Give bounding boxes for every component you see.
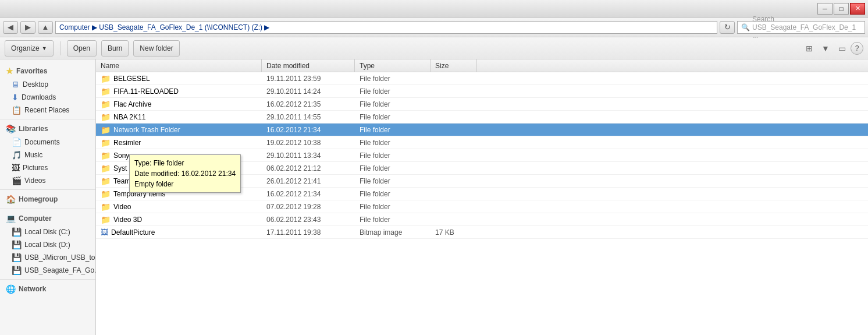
file-icon: 📁 xyxy=(101,189,111,199)
downloads-icon: ⬇ xyxy=(12,93,19,102)
table-row[interactable]: 📁 BELGESEL 19.11.2011 23:59 File folder xyxy=(96,72,868,85)
organize-label: Organize xyxy=(11,44,40,52)
table-row[interactable]: 📁 Flac Archive 16.02.2012 21:35 File fol… xyxy=(96,98,868,111)
usbjmicron-icon: 💾 xyxy=(12,253,22,262)
libraries-section: 📚 Libraries xyxy=(0,122,95,136)
search-placeholder: Search USB_Seagate_FA_GoFlex_De_1 ... xyxy=(752,15,861,40)
table-row[interactable]: 🖼 DefaultPicture 17.11.2011 19:38 Bitmap… xyxy=(96,226,868,239)
file-date-cell: 06.02.2012 21:12 xyxy=(262,163,355,174)
file-date-cell: 19.02.2012 10:38 xyxy=(262,137,355,148)
breadcrumb: Computer ▶ USB_Seagate_FA_GoFlex_De_1 (\… xyxy=(59,23,269,31)
minimize-button[interactable]: ─ xyxy=(817,3,833,15)
view-toggle-button[interactable]: ⊞ xyxy=(802,42,817,55)
preview-pane-button[interactable]: ▭ xyxy=(834,42,849,55)
file-size-cell xyxy=(431,180,477,182)
file-date-cell: 29.10.2011 13:34 xyxy=(262,150,355,161)
organize-dropdown-arrow: ▼ xyxy=(42,45,47,51)
title-bar: ─ □ ✕ xyxy=(0,0,868,17)
sidebar-item-desktop[interactable]: 🖥 Desktop xyxy=(0,78,95,91)
forward-button[interactable]: ▶ xyxy=(20,21,35,34)
file-icon: 📁 xyxy=(101,87,111,96)
pictures-icon: 🖼 xyxy=(12,163,20,172)
file-date-cell: 19.11.2011 23:59 xyxy=(262,73,355,84)
file-date-cell: 06.02.2012 23:43 xyxy=(262,214,355,225)
libraries-icon: 📚 xyxy=(6,124,16,133)
locald-icon: 💾 xyxy=(12,240,22,249)
file-name: Resimler xyxy=(113,139,141,147)
col-type[interactable]: Type xyxy=(355,59,431,72)
file-size-cell xyxy=(431,90,477,93)
maximize-button[interactable]: □ xyxy=(834,3,849,15)
view-icons: ⊞ ▼ ▭ ? xyxy=(802,42,863,55)
table-row[interactable]: 📁 Network Trash Folder 16.02.2012 21:34 … xyxy=(96,124,868,136)
file-type-cell: File folder xyxy=(355,112,431,122)
new-folder-button[interactable]: New folder xyxy=(133,40,179,57)
organize-button[interactable]: Organize ▼ xyxy=(5,40,54,57)
search-box[interactable]: 🔍 Search USB_Seagate_FA_GoFlex_De_1 ... xyxy=(737,21,865,34)
table-row[interactable]: 📁 Resimler 19.02.2012 10:38 File folder xyxy=(96,136,868,149)
sidebar-item-localc[interactable]: 💾 Local Disk (C:) xyxy=(0,225,95,238)
file-name: Video 3D xyxy=(113,216,142,224)
file-icon: 📁 xyxy=(101,151,111,160)
file-size-cell xyxy=(431,77,477,80)
network-label: Network xyxy=(19,285,46,293)
computer-label: Computer xyxy=(19,214,52,223)
file-name-cell: 📁 Network Trash Folder xyxy=(96,124,262,136)
file-name: Network Trash Folder xyxy=(113,126,180,134)
file-name-cell: 📁 Video 3D xyxy=(96,214,262,225)
homegroup-section: 🏠 Homegroup xyxy=(0,192,95,206)
sidebar-item-downloads-label: Downloads xyxy=(22,93,56,101)
file-size-cell xyxy=(431,116,477,118)
file-name-cell: 📁 BELGESEL xyxy=(96,73,262,84)
help-button[interactable]: ? xyxy=(851,42,863,55)
sidebar-item-documents-label: Documents xyxy=(24,138,60,146)
file-date-cell: 29.10.2011 14:24 xyxy=(262,86,355,97)
sidebar-item-videos-label: Videos xyxy=(24,177,45,185)
table-row[interactable]: 📁 Video 07.02.2012 19:28 File folder xyxy=(96,200,868,213)
col-date[interactable]: Date modified xyxy=(262,59,355,72)
sidebar-item-locald[interactable]: 💾 Local Disk (D:) xyxy=(0,238,95,251)
file-icon: 📁 xyxy=(101,112,111,122)
sidebar-item-desktop-label: Desktop xyxy=(23,80,48,89)
recent-icon: 📋 xyxy=(12,105,22,115)
open-label: Open xyxy=(73,44,90,52)
table-row[interactable]: 📁 FIFA.11-RELOADED 29.10.2011 14:24 File… xyxy=(96,85,868,98)
view-dropdown-button[interactable]: ▼ xyxy=(818,42,833,55)
network-icon: 🌐 xyxy=(6,284,16,294)
open-button[interactable]: Open xyxy=(67,40,97,57)
sidebar-item-videos[interactable]: 🎬 Videos xyxy=(0,174,95,187)
documents-icon: 📄 xyxy=(12,137,22,147)
usbseagate-icon: 💾 xyxy=(12,266,22,275)
file-size-cell xyxy=(431,206,477,208)
table-row[interactable]: 📁 Video 3D 06.02.2012 23:43 File folder xyxy=(96,213,868,226)
sidebar-item-recent[interactable]: 📋 Recent Places xyxy=(0,104,95,117)
sidebar-item-usb-jmicron[interactable]: 💾 USB_JMicron_USB_to... xyxy=(0,251,95,264)
refresh-button[interactable]: ↻ xyxy=(720,21,735,34)
computer-icon: 💻 xyxy=(6,214,16,223)
file-icon: 📁 xyxy=(101,177,111,186)
file-name: DefaultPicture xyxy=(111,228,155,237)
table-row[interactable]: 📁 NBA 2K11 29.10.2011 14:55 File folder xyxy=(96,111,868,124)
file-date-cell: 16.02.2012 21:34 xyxy=(262,189,355,199)
sidebar-item-downloads[interactable]: ⬇ Downloads xyxy=(0,91,95,104)
col-size[interactable]: Size xyxy=(431,59,477,72)
file-name: NBA 2K11 xyxy=(113,113,145,121)
sidebar-item-usb-seagate[interactable]: 💾 USB_Seagate_FA_Go... xyxy=(0,264,95,277)
sidebar-item-usbjmicron-label: USB_JMicron_USB_to... xyxy=(24,253,95,262)
sidebar-divider-4 xyxy=(0,279,95,280)
address-path[interactable]: Computer ▶ USB_Seagate_FA_GoFlex_De_1 (\… xyxy=(55,21,717,34)
sidebar-item-pictures[interactable]: 🖼 Pictures xyxy=(0,161,95,174)
file-icon: 📁 xyxy=(101,125,111,135)
file-name: FIFA.11-RELOADED xyxy=(113,87,179,96)
sidebar-divider-2 xyxy=(0,189,95,190)
file-icon: 📁 xyxy=(101,100,111,109)
col-name[interactable]: Name xyxy=(96,59,262,72)
up-button[interactable]: ▲ xyxy=(38,21,53,34)
sidebar-item-music[interactable]: 🎵 Music xyxy=(0,149,95,161)
file-size-cell xyxy=(431,193,477,195)
close-button[interactable]: ✕ xyxy=(850,3,865,15)
sidebar-item-documents[interactable]: 📄 Documents xyxy=(0,136,95,149)
back-button[interactable]: ◀ xyxy=(3,21,18,34)
burn-button[interactable]: Burn xyxy=(101,40,129,57)
file-type-cell: File folder xyxy=(355,189,431,199)
